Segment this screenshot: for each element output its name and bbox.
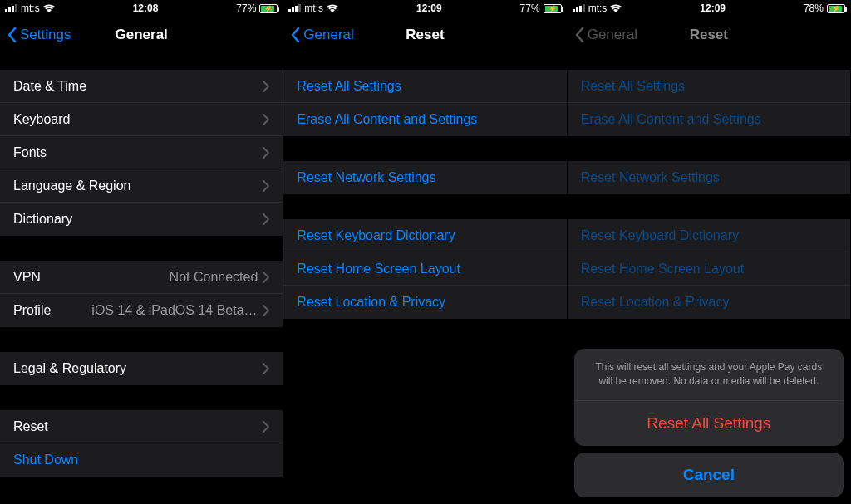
chevron-right-icon — [263, 213, 269, 225]
reset-all-settings-action[interactable]: Reset All Settings — [574, 401, 844, 446]
row-reset-home-screen-layout: Reset Home Screen Layout — [568, 252, 850, 286]
wifi-icon — [610, 4, 622, 12]
row-label: Erase All Content and Settings — [297, 112, 553, 127]
nav-bar: General Reset — [568, 17, 850, 53]
row-label: Reset Location & Privacy — [297, 295, 553, 310]
row-erase-all-content-and-settings: Erase All Content and Settings — [568, 103, 850, 136]
settings-group: ResetShut Down — [0, 410, 283, 477]
status-bar: mt:s 12:09 77% ⚡ — [283, 0, 566, 17]
row-value: Not Connected — [170, 270, 258, 285]
screen-general: mt:s 12:08 77% ⚡ Settings General Date &… — [0, 0, 283, 504]
row-reset-all-settings[interactable]: Reset All Settings — [283, 70, 566, 103]
battery-pct: 78% — [804, 2, 824, 14]
chevron-right-icon — [263, 114, 269, 125]
row-label: Legal & Regulatory — [13, 361, 263, 376]
row-label: Date & Time — [13, 79, 263, 94]
nav-bar: General Reset — [283, 17, 566, 53]
battery-pct: 77% — [520, 2, 540, 14]
battery-icon: ⚡ — [259, 4, 278, 13]
row-legal-regulatory[interactable]: Legal & Regulatory — [0, 352, 283, 385]
settings-group: Reset Network Settings — [283, 161, 566, 194]
row-label: VPN — [13, 270, 170, 285]
row-profile[interactable]: ProfileiOS 14 & iPadOS 14 Beta Softwar..… — [0, 294, 283, 327]
back-label: General — [303, 27, 353, 43]
settings-group: VPNNot ConnectedProfileiOS 14 & iPadOS 1… — [0, 261, 283, 327]
nav-bar: Settings General — [0, 17, 283, 53]
row-label: Reset Keyboard Dictionary — [581, 228, 837, 243]
nav-title: Reset — [406, 27, 444, 43]
action-sheet: This will reset all settings and your Ap… — [574, 349, 844, 497]
content: Reset All SettingsErase All Content and … — [283, 53, 566, 504]
wifi-icon — [327, 4, 338, 12]
cancel-button[interactable]: Cancel — [574, 453, 844, 497]
battery-icon: ⚡ — [544, 4, 562, 13]
row-reset-location-privacy[interactable]: Reset Location & Privacy — [283, 286, 566, 319]
row-dictionary[interactable]: Dictionary — [0, 203, 283, 236]
nav-title: Reset — [690, 27, 728, 43]
carrier-label: mt:s — [588, 2, 608, 14]
row-label: Erase All Content and Settings — [581, 112, 837, 127]
row-label: Shut Down — [13, 453, 269, 467]
row-reset-network-settings: Reset Network Settings — [568, 161, 850, 194]
row-value: iOS 14 & iPadOS 14 Beta Softwar... — [91, 303, 258, 318]
row-shut-down[interactable]: Shut Down — [0, 443, 283, 477]
back-button[interactable]: General — [290, 27, 353, 43]
row-label: Reset Keyboard Dictionary — [297, 228, 553, 243]
status-time: 12:09 — [700, 2, 726, 14]
chevron-left-icon — [290, 27, 300, 43]
signal-icon — [5, 4, 17, 12]
settings-group: Reset Network Settings — [568, 161, 850, 194]
chevron-left-icon — [7, 27, 17, 43]
battery-icon: ⚡ — [827, 4, 845, 13]
settings-group: Reset Keyboard DictionaryReset Home Scre… — [568, 219, 850, 319]
status-right: 77% ⚡ — [520, 2, 562, 14]
row-label: Reset All Settings — [297, 79, 553, 94]
row-date-time[interactable]: Date & Time — [0, 70, 283, 103]
row-label: Reset Location & Privacy — [581, 295, 837, 310]
status-left: mt:s — [288, 2, 338, 14]
content: Date & TimeKeyboardFontsLanguage & Regio… — [0, 53, 283, 504]
settings-group: Reset All SettingsErase All Content and … — [283, 70, 566, 136]
carrier-label: mt:s — [21, 2, 40, 14]
chevron-right-icon — [263, 421, 269, 433]
row-vpn[interactable]: VPNNot Connected — [0, 261, 283, 294]
action-sheet-cancel-card: Cancel — [574, 453, 844, 497]
nav-title: General — [116, 27, 168, 43]
status-bar: mt:s 12:08 77% ⚡ — [0, 0, 283, 17]
chevron-right-icon — [263, 305, 269, 316]
back-button: General — [574, 27, 637, 43]
back-button[interactable]: Settings — [7, 27, 71, 43]
row-label: Dictionary — [13, 212, 263, 227]
screen-reset-confirm: mt:s 12:09 78% ⚡ General Reset Reset All… — [568, 0, 851, 504]
row-label: Reset All Settings — [581, 79, 837, 94]
wifi-icon — [43, 4, 55, 12]
row-reset-home-screen-layout[interactable]: Reset Home Screen Layout — [283, 252, 566, 286]
chevron-right-icon — [263, 363, 269, 374]
settings-group: Reset All SettingsErase All Content and … — [568, 70, 850, 136]
row-reset[interactable]: Reset — [0, 410, 283, 443]
row-keyboard[interactable]: Keyboard — [0, 103, 283, 136]
row-label: Profile — [13, 303, 91, 318]
row-reset-keyboard-dictionary[interactable]: Reset Keyboard Dictionary — [283, 219, 566, 252]
row-label: Fonts — [13, 145, 263, 160]
status-bar: mt:s 12:09 78% ⚡ — [568, 0, 850, 17]
status-time: 12:09 — [416, 2, 442, 14]
status-left: mt:s — [573, 2, 622, 14]
row-label: Reset — [13, 419, 263, 434]
row-reset-location-privacy: Reset Location & Privacy — [568, 286, 850, 319]
row-reset-network-settings[interactable]: Reset Network Settings — [283, 161, 566, 194]
signal-icon — [573, 4, 585, 12]
back-label: Settings — [20, 27, 71, 43]
row-label: Keyboard — [13, 112, 263, 127]
row-erase-all-content-and-settings[interactable]: Erase All Content and Settings — [283, 103, 566, 136]
row-label: Reset Home Screen Layout — [297, 262, 553, 276]
chevron-right-icon — [263, 147, 269, 159]
status-left: mt:s — [5, 2, 55, 14]
row-fonts[interactable]: Fonts — [0, 136, 283, 169]
settings-group: Reset Keyboard DictionaryReset Home Scre… — [283, 219, 566, 319]
row-label: Language & Region — [13, 179, 263, 193]
action-sheet-card: This will reset all settings and your Ap… — [574, 349, 844, 446]
row-language-region[interactable]: Language & Region — [0, 169, 283, 203]
status-time: 12:08 — [133, 2, 159, 14]
action-sheet-message: This will reset all settings and your Ap… — [574, 349, 844, 401]
